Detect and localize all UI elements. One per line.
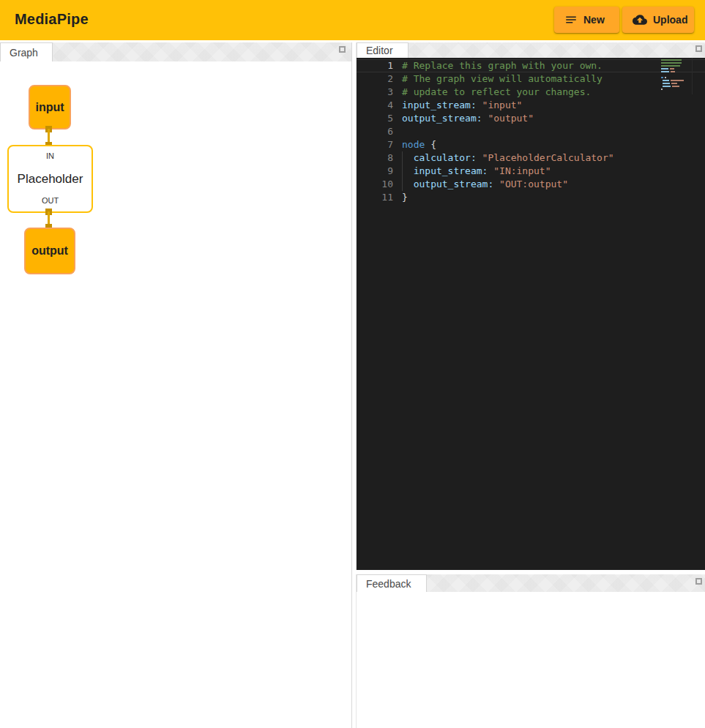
graph-panel: Graph input IN Placeholder OUT output [0, 42, 352, 728]
minimap[interactable] [661, 59, 690, 91]
graph-node-output[interactable]: output [24, 228, 75, 274]
feedback-content [357, 592, 705, 728]
new-button[interactable]: New [554, 7, 619, 33]
code-line-1: 1# Replace this graph with your own. [357, 59, 705, 72]
graph-node-placeholder[interactable]: IN Placeholder OUT [7, 145, 93, 213]
code-line-7: 7node { [357, 138, 705, 151]
code-line-5: 5output_stream: "output" [357, 112, 705, 125]
code-editor[interactable]: 1# Replace this graph with your own.2# T… [357, 58, 705, 570]
graph-node-input[interactable]: input [29, 85, 71, 130]
tab-graph-label: Graph [10, 47, 38, 59]
new-button-label: New [583, 14, 605, 26]
line-number: 4 [357, 99, 393, 112]
minimap-divider [692, 58, 693, 94]
notes-icon [564, 13, 578, 26]
line-number: 3 [357, 86, 393, 99]
feedback-panel: Feedback [356, 574, 705, 728]
code-line-11: 11} [357, 191, 705, 204]
graph-canvas[interactable]: input IN Placeholder OUT output [0, 61, 351, 728]
mediapipe-visualizer: MediaPipe New Upload Graph input [0, 0, 705, 728]
line-number: 9 [357, 165, 393, 178]
code-lines: 1# Replace this graph with your own.2# T… [357, 59, 705, 204]
line-number: 1 [357, 59, 393, 72]
code-line-4: 4input_stream: "input" [357, 99, 705, 112]
line-number: 6 [357, 125, 393, 138]
code-line-3: 3# update to reflect your changes. [357, 86, 705, 99]
code-line-10: 10 output_stream: "OUT:output" [357, 178, 705, 191]
graph-node-placeholder-label: Placeholder [18, 172, 83, 187]
code-line-2: 2# The graph view will automatically [357, 72, 705, 86]
code-line-9: 9 input_stream: "IN:input" [357, 165, 705, 178]
line-number: 7 [357, 138, 393, 151]
maximize-icon[interactable] [695, 578, 702, 585]
code-line-6: 6 [357, 125, 705, 138]
line-number: 2 [357, 72, 393, 86]
code-line-8: 8 calculator: "PlaceholderCalculator" [357, 151, 705, 165]
graph-tabstrip: Graph [0, 42, 351, 62]
line-number: 8 [357, 151, 393, 165]
maximize-icon[interactable] [339, 46, 346, 53]
tab-feedback[interactable]: Feedback [357, 574, 427, 592]
editor-panel: Editor 1# Replace this graph with your o… [356, 42, 705, 570]
tab-feedback-label: Feedback [366, 578, 411, 590]
graph-node-output-label: output [31, 244, 68, 258]
in-port-label: IN [9, 151, 92, 160]
line-number: 10 [357, 178, 393, 191]
tab-editor-label: Editor [366, 45, 393, 56]
maximize-icon[interactable] [695, 45, 702, 52]
app-title: MediaPipe [15, 11, 89, 28]
app-header: MediaPipe New Upload [0, 0, 705, 40]
line-number: 11 [357, 191, 393, 204]
upload-button[interactable]: Upload [622, 7, 694, 33]
upload-button-label: Upload [653, 14, 687, 26]
line-number: 5 [357, 112, 393, 125]
cloud-upload-icon [633, 12, 647, 27]
tab-editor[interactable]: Editor [357, 42, 409, 58]
tab-graph[interactable]: Graph [0, 42, 53, 61]
out-port-label: OUT [9, 196, 92, 205]
feedback-tabstrip: Feedback [357, 574, 705, 593]
editor-tabstrip: Editor [357, 42, 705, 59]
graph-node-input-label: input [35, 101, 64, 114]
minimap-row [661, 89, 690, 91]
